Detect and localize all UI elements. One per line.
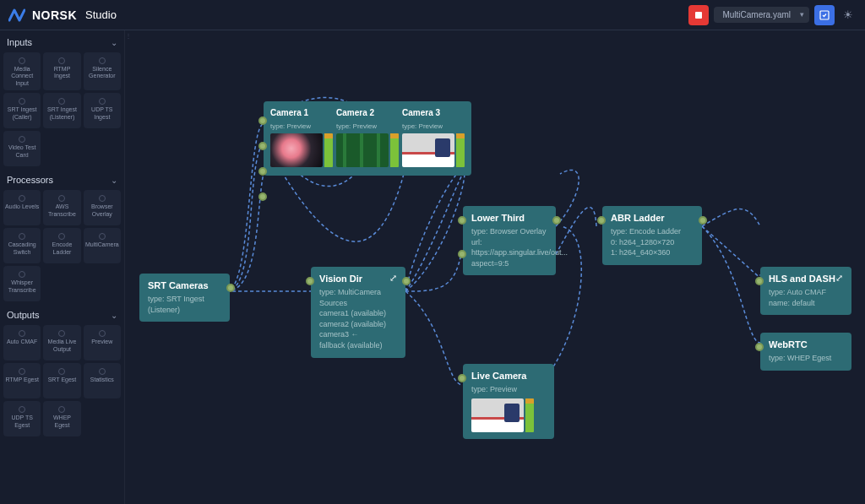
tile-label: Silence Generator [85,66,119,80]
tile-icon [19,136,25,143]
port-in[interactable] [306,277,314,285]
tile-icon [19,98,25,105]
tile-icon [19,368,25,375]
component-tile[interactable]: Browser Overlay [84,190,121,225]
camera-thumbnail [402,133,454,167]
expand-icon[interactable]: ⤢ [389,274,399,283]
port-out[interactable] [226,284,235,292]
port-out[interactable] [552,216,561,225]
product-name: Studio [85,8,117,21]
tile-label: Whisper Transcribe [5,279,39,294]
node-live-camera[interactable]: Live Camera type: Preview [463,364,554,439]
port-in[interactable] [258,117,267,125]
component-tile[interactable]: Cascading Switch [3,228,41,263]
tile-icon [58,195,65,202]
tile-icon [99,368,106,375]
tile-label: SRT Ingest (Caller) [5,106,39,121]
tile-icon [19,195,25,202]
component-tile[interactable]: MultiCamera [84,228,121,263]
port-in[interactable] [258,192,267,201]
component-tile[interactable]: UDP TS Egest [3,401,41,436]
chevron-down-icon: ⌄ [111,176,117,185]
chevron-down-icon: ⌄ [111,311,117,320]
port-out[interactable] [699,216,707,225]
component-tile[interactable]: RTMP Egest [3,363,41,398]
node-hls-dash[interactable]: ⤢ HLS and DASH type: Auto CMAF name: def… [760,267,851,315]
section-header-inputs[interactable]: Inputs ⌄ [3,32,121,52]
section-title: Outputs [7,310,40,320]
tile-icon [99,233,106,240]
camera-thumbnail [471,398,524,432]
port-out[interactable] [402,277,411,285]
component-tile[interactable]: Whisper Transcribe [3,266,41,301]
vu-meter [390,133,399,167]
component-tile[interactable]: Media Live Output [43,325,80,360]
node-camera-group[interactable]: Camera 1 type: Preview Camera 2 type: Pr… [264,101,471,176]
component-tile[interactable]: Preview [84,325,121,360]
tile-icon [19,57,25,64]
camera-3: Camera 3 type: Preview [402,108,465,167]
component-tile[interactable]: Auto CMAF [3,325,41,360]
component-tile[interactable]: Media Connect Input [3,52,41,90]
node-srt-cameras[interactable]: SRT Cameras type: SRT Ingest (Listener) [139,274,230,322]
graph-canvas[interactable]: ⋮ SRT Cameras type: SRT Ingest (Listener… [125,30,865,504]
tile-label: RTMP Ingest [45,66,79,80]
component-tile[interactable]: Encode Ladder [43,228,80,263]
node-lower-third[interactable]: Lower Third type: Browser Overlay url: h… [463,206,556,275]
drag-handle[interactable]: ⋮ [125,30,132,504]
component-tile[interactable]: RTMP Ingest [43,52,80,90]
camera-1: Camera 1 type: Preview [270,108,333,167]
tile-label: MultiCamera [85,241,119,248]
port-in[interactable] [755,277,764,285]
camera-2: Camera 2 type: Preview [336,108,399,167]
camera-thumbnail [336,133,389,167]
port-in[interactable] [458,216,466,225]
tile-label: AWS Transcribe [45,203,79,218]
component-tile[interactable]: SRT Ingest (Caller) [3,93,41,128]
tile-label: Video Test Card [5,144,39,159]
file-select[interactable]: MultiCamera.yaml [714,7,809,23]
brand-logo: NORSK Studio [8,7,117,24]
vu-meter [456,133,465,167]
port-in[interactable] [258,167,267,176]
node-abr-ladder[interactable]: ABR Ladder type: Encode Ladder 0: h264_1… [602,206,702,265]
port-in[interactable] [755,343,764,351]
tile-label: Statistics [90,377,114,383]
section-header-processors[interactable]: Processors ⌄ [3,170,121,190]
component-tile[interactable]: WHEP Egest [43,401,80,436]
component-tile[interactable]: Audio Levels [3,190,41,225]
node-vision-dir[interactable]: ⤢ Vision Dir type: MultiCamera Sources c… [311,267,405,358]
component-tile[interactable]: SRT Egest [43,363,80,398]
tile-icon [19,271,25,278]
port-in[interactable] [458,374,466,382]
component-tile[interactable]: AWS Transcribe [43,190,80,225]
component-tile[interactable]: UDP TS Ingest [84,93,121,128]
stop-button[interactable] [688,5,709,25]
save-button[interactable] [814,5,835,25]
tile-icon [99,98,106,105]
tile-icon [58,406,65,413]
node-webrtc[interactable]: WebRTC type: WHEP Egest [760,333,851,371]
component-tile[interactable]: Statistics [84,363,121,398]
component-tile[interactable]: Silence Generator [84,52,121,90]
tile-label: SRT Egest [48,377,77,383]
theme-toggle-icon[interactable]: ☀ [840,7,857,24]
tile-icon [99,195,106,202]
expand-icon[interactable]: ⤢ [835,274,845,283]
camera-thumbnail [270,133,323,167]
tile-icon [58,57,65,64]
port-in[interactable] [597,216,606,225]
vu-meter [525,398,534,432]
port-in[interactable] [258,142,267,150]
component-tile[interactable]: Video Test Card [3,131,41,166]
tile-label: Media Connect Input [5,66,39,87]
tile-label: Auto CMAF [7,339,37,345]
tile-label: UDP TS Egest [5,415,39,429]
component-tile[interactable]: SRT Ingest (Listener) [43,93,80,128]
tile-label: UDP TS Ingest [85,106,119,121]
tile-label: Encode Ladder [45,241,79,256]
section-header-outputs[interactable]: Outputs ⌄ [3,305,121,325]
port-in[interactable] [458,250,466,258]
tile-label: Preview [91,339,112,345]
tile-label: Media Live Output [45,339,79,353]
